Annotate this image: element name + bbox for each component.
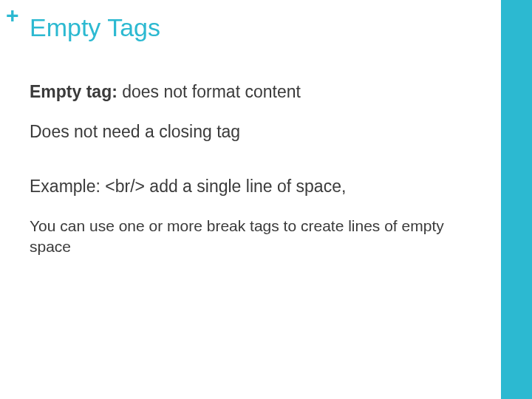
- paragraph-1-term: Empty tag:: [30, 82, 117, 101]
- plus-icon: +: [6, 4, 19, 27]
- accent-side-bar: [501, 0, 532, 399]
- paragraph-1: Empty tag: does not format content: [30, 81, 480, 103]
- paragraph-4: You can use one or more break tags to cr…: [30, 216, 480, 258]
- paragraph-2: Does not need a closing tag: [30, 121, 480, 143]
- slide-title: Empty Tags: [30, 13, 160, 42]
- slide-body: Empty tag: does not format content Does …: [30, 81, 480, 257]
- paragraph-3: Example: <br/> add a single line of spac…: [30, 176, 480, 198]
- paragraph-1-rest: does not format content: [117, 82, 301, 101]
- slide: + Empty Tags Empty tag: does not format …: [0, 0, 532, 399]
